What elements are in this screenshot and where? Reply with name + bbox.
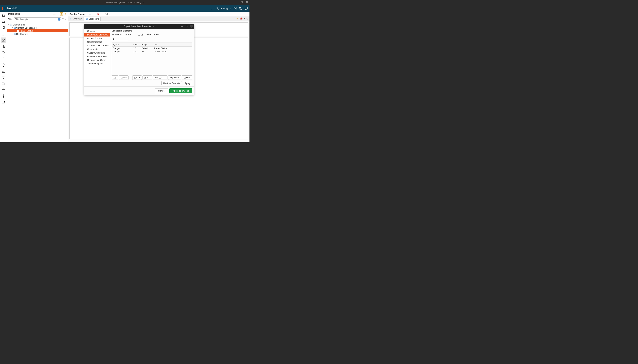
properties-nav-item[interactable]: Comments	[84, 47, 110, 51]
content-title: Dashboard Elements	[112, 30, 192, 32]
server-label[interactable]: ::1	[210, 7, 212, 10]
scrollable-checkbox[interactable]	[138, 33, 140, 36]
nav-tags[interactable]	[1, 50, 6, 56]
apply-close-button[interactable]: Apply and Close	[169, 88, 192, 93]
add-button[interactable]: Add ▾	[132, 76, 142, 80]
nav-network[interactable]	[1, 19, 6, 24]
duplicate-button[interactable]: Duplicate	[168, 76, 181, 80]
spinner-up[interactable]: +	[124, 38, 128, 40]
tree-row-dashboards[interactable]: ▸ Dashboards	[7, 32, 68, 36]
properties-nav-item[interactable]: Object Context	[84, 40, 110, 44]
panel-title: Dashboards	[8, 13, 52, 15]
edit-button[interactable]: Edit...	[143, 76, 152, 80]
col-title[interactable]: Title	[153, 43, 192, 46]
filter-input[interactable]	[14, 18, 61, 21]
pin-icon[interactable]: 📌	[240, 18, 243, 20]
col-span[interactable]: Span	[132, 43, 140, 46]
properties-nav: GeneralDashboard ElementsAccess ControlO…	[84, 28, 110, 86]
info-icon[interactable]	[244, 6, 248, 11]
properties-nav-item[interactable]: Automatic Bind Rules	[84, 44, 110, 47]
delete-button[interactable]: Delete	[182, 76, 192, 80]
svg-rect-25	[18, 30, 18, 31]
svg-rect-33	[70, 19, 71, 20]
chevron-down-icon[interactable]: ▾	[244, 18, 245, 20]
svg-rect-34	[86, 18, 87, 19]
filter-info-icon[interactable]: i	[58, 18, 61, 21]
nav-monitor[interactable]	[1, 75, 6, 80]
poll-menu[interactable]: Poll ▾	[105, 13, 110, 15]
properties-nav-item[interactable]: External Resources	[84, 54, 110, 58]
table-row[interactable]: Gauge1 / 1DefaultPrinter Status	[112, 47, 192, 50]
svg-rect-16	[2, 82, 4, 85]
popout-tab-icon[interactable]: ⧉	[247, 18, 248, 20]
forward-icon[interactable]: —	[56, 12, 59, 16]
delete-element-icon[interactable]: ✕	[97, 12, 100, 16]
user-menu[interactable]: admin@::1	[216, 7, 231, 10]
apply-button[interactable]: Apply	[183, 81, 192, 86]
add-element-icon[interactable]	[93, 12, 96, 16]
user-icon	[216, 7, 219, 10]
down-button[interactable]: Down	[119, 76, 129, 80]
back-icon[interactable]: ⟸	[52, 12, 56, 16]
preferences-icon[interactable]	[233, 6, 237, 11]
tree-row-root[interactable]: ▾ Dashboards	[7, 23, 68, 26]
cancel-button[interactable]: Cancel	[155, 88, 168, 93]
tab-dashboard[interactable]: Dashboard	[84, 17, 101, 21]
svg-rect-24	[12, 25, 12, 26]
nav-config[interactable]	[1, 93, 6, 99]
svg-rect-27	[18, 31, 19, 32]
tree-row-context[interactable]: ▾ Context Dashboards	[7, 26, 68, 29]
properties-nav-item[interactable]: Custom Attributes	[84, 51, 110, 54]
nav-assets[interactable]	[1, 25, 6, 31]
properties-nav-item[interactable]: General	[84, 29, 110, 33]
editor-title: Printer Status	[70, 13, 85, 16]
properties-nav-item[interactable]: Access Control	[84, 36, 110, 40]
nav-maps[interactable]	[1, 31, 6, 37]
nav-world[interactable]	[1, 62, 6, 68]
tab-overview[interactable]: Overview	[68, 17, 84, 21]
bell-icon	[2, 14, 5, 18]
view-layout-icon[interactable]	[88, 12, 92, 16]
dialog-close-button[interactable]: ✕	[190, 24, 193, 28]
dialog-minimize-button[interactable]: —	[180, 24, 183, 28]
filter-enable-icon[interactable]	[62, 18, 64, 21]
filter-toggle-icon[interactable]	[60, 12, 63, 16]
nav-tools[interactable]	[1, 87, 6, 93]
properties-nav-item[interactable]: Trusted Objects	[84, 62, 110, 66]
window-title: NetXMS Management Client - admin@::1	[0, 2, 250, 4]
tab-dashboard-label: Dashboard	[89, 18, 99, 20]
nav-log[interactable]	[1, 81, 6, 86]
properties-nav-item[interactable]: Responsible Users	[84, 58, 110, 62]
col-type[interactable]: Type▲	[112, 43, 132, 46]
properties-nav-item[interactable]: Dashboard Elements	[84, 33, 110, 36]
filter-clear-icon[interactable]: ✕	[65, 18, 67, 21]
nav-dashboards[interactable]	[1, 38, 6, 43]
help-icon[interactable]	[239, 6, 243, 11]
dialog-title: Object Properties - Printer Status	[86, 25, 192, 28]
map-icon	[2, 32, 5, 36]
refresh-icon[interactable]: ⟳	[237, 18, 238, 20]
scrollable-checkbox-wrap[interactable]: Scrollable content	[138, 33, 159, 36]
table-row[interactable]: Gauge1 / 1FillTonner status	[112, 50, 192, 53]
nav-alarms[interactable]	[1, 13, 6, 18]
spinner-down[interactable]: —	[121, 38, 124, 40]
nav-pinboard[interactable]	[1, 100, 6, 105]
edit-xml-button[interactable]: Edit XML...	[153, 76, 168, 80]
dashboard-icon	[86, 18, 88, 20]
chart-icon	[2, 70, 5, 73]
link-icon[interactable]: ⤭	[64, 12, 67, 16]
col-height[interactable]: Height	[140, 43, 153, 46]
tree-row-printer-status[interactable]: Printer Status	[7, 29, 68, 32]
num-columns-spinner[interactable]: 1 — +	[112, 37, 128, 41]
dialog-maximize-button[interactable]: ▢	[185, 24, 188, 28]
up-button[interactable]: Up	[112, 76, 118, 80]
minimize-button[interactable]: —	[235, 1, 238, 3]
nav-graphs[interactable]	[1, 44, 6, 49]
nav-reporting[interactable]	[1, 68, 6, 74]
num-columns-value: 1	[112, 38, 121, 40]
restore-defaults-button[interactable]: Restore Defaults	[162, 81, 182, 86]
maximize-button[interactable]: ▢	[240, 1, 243, 3]
tab-overview-label: Overview	[73, 18, 82, 20]
nav-business[interactable]	[1, 56, 6, 62]
close-button[interactable]: ✕	[245, 1, 248, 3]
